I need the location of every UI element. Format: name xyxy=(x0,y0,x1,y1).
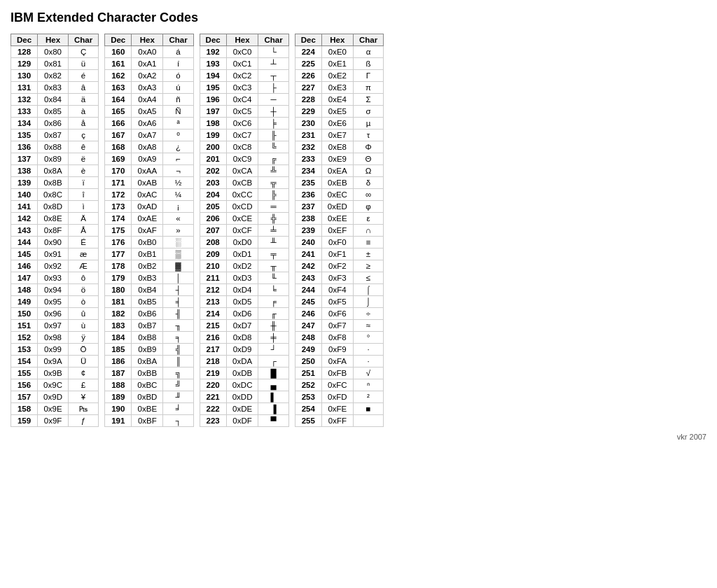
char-table-3: DecHexChar1920xC0└1930xC1┴1940xC2┬1950xC… xyxy=(200,34,289,427)
table-row: 2520xFCⁿ xyxy=(295,379,383,391)
hex-cell: 0xD1 xyxy=(226,248,258,260)
char-cell: ║ xyxy=(163,356,193,368)
dec-cell: 173 xyxy=(105,201,132,213)
table-row: 1550x9B¢ xyxy=(11,368,99,379)
table-row: 1990xC7╟ xyxy=(200,130,288,141)
hex-cell: 0xC7 xyxy=(226,130,258,141)
hex-cell: 0xD9 xyxy=(226,344,258,356)
char-cell: ê xyxy=(68,141,98,153)
table-row: 2320xE8Φ xyxy=(295,141,383,153)
table-row: 2020xCA╩ xyxy=(200,165,288,177)
char-cell: ■ xyxy=(353,403,383,415)
char-cell: └ xyxy=(258,46,288,58)
table-row: 2200xDC▄ xyxy=(200,379,288,391)
table-row: 1330x85à xyxy=(11,106,99,118)
char-cell xyxy=(353,415,383,427)
tables-container: DecHexChar1280x80Ç1290x81ü1300x82é1310x8… xyxy=(11,34,706,427)
table-row: 2190xDB█ xyxy=(200,368,288,379)
hex-cell: 0xBC xyxy=(132,379,163,391)
hex-cell: 0xED xyxy=(321,201,353,213)
char-cell: ▒ xyxy=(163,248,193,260)
table-row: 1380x8Aè xyxy=(11,165,99,177)
dec-cell: 193 xyxy=(200,58,226,70)
table-row: 1360x88ê xyxy=(11,141,99,153)
hex-cell: 0x9E xyxy=(38,403,69,415)
hex-cell: 0x9D xyxy=(38,391,69,403)
hex-cell: 0xE6 xyxy=(321,118,353,130)
table-row: 2350xEBδ xyxy=(295,177,383,189)
char-cell: ú xyxy=(163,82,193,94)
dec-cell: 204 xyxy=(200,189,226,201)
char-cell: ╛ xyxy=(163,403,193,415)
char-cell: ß xyxy=(353,58,383,70)
dec-cell: 254 xyxy=(295,403,321,415)
hex-cell: 0xFB xyxy=(321,368,353,379)
hex-cell: 0xCB xyxy=(226,177,258,189)
char-cell: ÷ xyxy=(353,308,383,320)
table-row: 1420x8EÄ xyxy=(11,213,99,225)
hex-cell: 0xDF xyxy=(226,415,258,427)
table-row: 2310xE7τ xyxy=(295,130,383,141)
dec-cell: 197 xyxy=(200,106,226,118)
table-row: 1320x84ä xyxy=(11,94,99,106)
table-row: 1680xA8¿ xyxy=(105,141,193,153)
char-cell: ¿ xyxy=(163,141,193,153)
footer: vkr 2007 xyxy=(11,433,706,441)
char-cell: Γ xyxy=(353,70,383,82)
hex-cell: 0xA5 xyxy=(132,106,163,118)
char-cell: ≤ xyxy=(353,272,383,284)
char-cell: ╙ xyxy=(258,272,288,284)
char-cell: ≈ xyxy=(353,320,383,332)
hex-cell: 0x82 xyxy=(38,70,69,82)
char-cell: Ñ xyxy=(163,106,193,118)
char-cell: ô xyxy=(68,272,98,284)
dec-cell: 142 xyxy=(11,213,38,225)
char-cell: Ö xyxy=(68,344,98,356)
char-cell: ┼ xyxy=(258,106,288,118)
hex-cell: 0x9B xyxy=(38,368,69,379)
table-row: 1370x89ë xyxy=(11,153,99,165)
table-row: 1390x8Bï xyxy=(11,177,99,189)
dec-cell: 219 xyxy=(200,368,226,379)
char-cell: ù xyxy=(68,320,98,332)
table-row: 1460x92Æ xyxy=(11,260,99,272)
char-cell: ₧ xyxy=(68,403,98,415)
char-cell: ░ xyxy=(163,237,193,248)
hex-cell: 0x88 xyxy=(38,141,69,153)
hex-cell: 0x99 xyxy=(38,344,69,356)
table-row: 2460xF6÷ xyxy=(295,308,383,320)
char-cell: ├ xyxy=(258,82,288,94)
char-cell: │ xyxy=(163,272,193,284)
char-cell: ε xyxy=(353,213,383,225)
char-cell: ƒ xyxy=(68,415,98,427)
hex-cell: 0xF0 xyxy=(321,237,353,248)
dec-cell: 129 xyxy=(11,58,38,70)
hex-cell: 0xB1 xyxy=(132,248,163,260)
table-row: 1930xC1┴ xyxy=(200,58,288,70)
hex-cell: 0x87 xyxy=(38,130,69,141)
dec-cell: 192 xyxy=(200,46,226,58)
dec-cell: 178 xyxy=(105,260,132,272)
dec-cell: 221 xyxy=(200,391,226,403)
column-header-char: Char xyxy=(258,34,288,46)
table-row: 2140xD6╓ xyxy=(200,308,288,320)
char-cell: £ xyxy=(68,379,98,391)
table-row: 1570x9D¥ xyxy=(11,391,99,403)
char-cell: à xyxy=(68,106,98,118)
hex-cell: 0xFE xyxy=(321,403,353,415)
dec-cell: 160 xyxy=(105,46,132,58)
dec-cell: 168 xyxy=(105,141,132,153)
dec-cell: 156 xyxy=(11,379,38,391)
table-row: 1520x98ÿ xyxy=(11,332,99,344)
dec-cell: 131 xyxy=(11,82,38,94)
dec-cell: 143 xyxy=(11,225,38,237)
table-row: 1700xAA¬ xyxy=(105,165,193,177)
dec-cell: 207 xyxy=(200,225,226,237)
table-row: 2420xF2≥ xyxy=(295,260,383,272)
hex-cell: 0xAA xyxy=(132,165,163,177)
table-row: 1800xB4┤ xyxy=(105,284,193,296)
hex-cell: 0xC0 xyxy=(226,46,258,58)
char-cell: Ü xyxy=(68,356,98,368)
dec-cell: 247 xyxy=(295,320,321,332)
hex-cell: 0xB3 xyxy=(132,272,163,284)
